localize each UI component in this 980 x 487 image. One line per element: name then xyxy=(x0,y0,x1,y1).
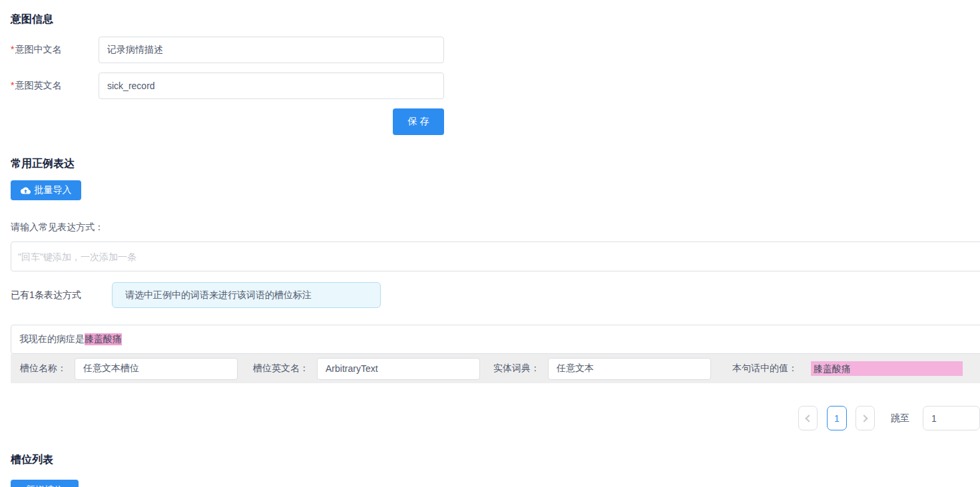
example-sentence-row[interactable]: 我现在的病症是膝盖酸痛 xyxy=(11,325,980,354)
page-1-button[interactable]: 1 xyxy=(827,406,846,430)
expression-count-text: 已有1条表达方式 xyxy=(11,289,112,301)
intent-section-title: 意图信息 xyxy=(11,0,980,25)
slots-section-title: 槽位列表 xyxy=(11,453,980,466)
slot-name-label: 槽位名称： xyxy=(20,363,67,375)
jump-to-label: 跳至 xyxy=(891,412,909,424)
sentence-highlighted-slot[interactable]: 膝盖酸痛 xyxy=(85,333,122,345)
batch-import-button[interactable]: 批量导入 xyxy=(11,180,81,200)
intent-en-row: *意图英文名 xyxy=(11,73,980,99)
entity-dict-label: 实体词典： xyxy=(493,363,540,375)
next-page-button[interactable] xyxy=(856,406,875,430)
intent-en-label: *意图英文名 xyxy=(11,80,99,92)
required-asterisk: * xyxy=(11,44,14,55)
jump-page-input[interactable] xyxy=(923,406,980,430)
intent-cn-label: *意图中文名 xyxy=(11,44,99,56)
annotation-hint-box: 请选中正例中的词语来进行该词语的槽位标注 xyxy=(112,282,381,308)
entity-dict-input[interactable] xyxy=(548,358,711,380)
slot-annotation-bar: 槽位名称： 槽位英文名： 实体词典： 本句话中的值： 膝盖酸痛 xyxy=(11,354,980,383)
sentence-value-highlight: 膝盖酸痛 xyxy=(811,361,963,376)
save-row: 保 存 xyxy=(0,108,444,135)
save-button[interactable]: 保 存 xyxy=(393,108,444,135)
batch-import-label: 批量导入 xyxy=(35,184,72,196)
slot-en-input[interactable] xyxy=(317,358,480,380)
intent-cn-label-text: 意图中文名 xyxy=(15,44,61,55)
chevron-right-icon xyxy=(860,414,867,422)
cloud-upload-icon xyxy=(21,186,31,195)
intent-cn-row: *意图中文名 xyxy=(11,37,980,63)
expression-input-label: 请输入常见表达方式： xyxy=(11,222,980,232)
sentence-prefix: 我现在的病症是 xyxy=(19,333,85,345)
examples-section-title: 常用正例表达 xyxy=(11,157,980,170)
intent-en-input[interactable] xyxy=(99,73,444,99)
pagination: 1 跳至 xyxy=(798,406,980,430)
expression-input[interactable] xyxy=(11,242,980,271)
intent-cn-input[interactable] xyxy=(99,37,444,63)
slot-en-label: 槽位英文名： xyxy=(253,363,309,375)
sentence-value-label: 本句话中的值： xyxy=(732,363,798,375)
page: 意图信息 *意图中文名 *意图英文名 保 存 常用正例表达 批量导入 请输入常见… xyxy=(0,0,980,487)
count-row: 已有1条表达方式 请选中正例中的词语来进行该词语的槽位标注 xyxy=(11,282,980,308)
intent-en-label-text: 意图英文名 xyxy=(15,80,61,90)
add-slot-button[interactable]: 新增槽位 xyxy=(11,480,79,487)
required-asterisk: * xyxy=(11,80,14,90)
prev-page-button[interactable] xyxy=(798,406,818,430)
chevron-left-icon xyxy=(805,414,812,422)
slot-name-input[interactable] xyxy=(75,358,238,380)
